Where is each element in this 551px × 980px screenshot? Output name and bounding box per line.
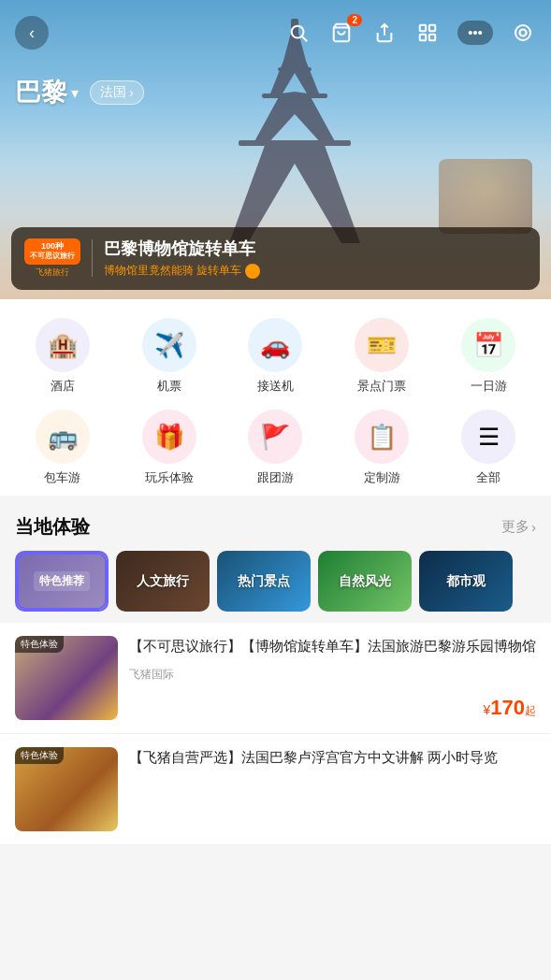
local-experience-section: 当地体验 更多 › [0, 496, 551, 551]
apps-icon[interactable] [414, 20, 441, 46]
product-thumb-1: 特色体验 [15, 747, 118, 831]
svg-rect-15 [429, 35, 435, 40]
country-label: 法国 [100, 84, 126, 101]
section-title: 当地体验 [15, 514, 90, 540]
category-item-flight[interactable]: ✈️ 机票 [116, 318, 223, 395]
svg-point-8 [292, 26, 304, 38]
tab-culture[interactable]: 人文旅行 [116, 551, 210, 612]
category-item-hotel[interactable]: 🏨 酒店 [9, 318, 116, 395]
category-item-custom[interactable]: 📋 定制游 [328, 410, 435, 486]
product-vendor-0: 飞猪国际 [129, 667, 536, 683]
tab-label-city: 都市观 [446, 573, 486, 590]
category-item-daytrip[interactable]: 📅 一日游 [435, 318, 542, 395]
svg-point-16 [470, 32, 471, 34]
cat-icon-all: ☰ [461, 410, 515, 464]
product-thumb-0: 特色体验 [15, 636, 118, 720]
product-title-1: 【飞猪自营严选】法国巴黎卢浮宫官方中文讲解 两小时导览 [129, 747, 536, 767]
cat-icon-transfer: 🚗 [248, 318, 302, 372]
city-dropdown-icon[interactable]: ▾ [71, 84, 79, 102]
svg-point-19 [520, 30, 527, 36]
more-link[interactable]: 更多 › [501, 518, 536, 536]
category-item-all[interactable]: ☰ 全部 [435, 410, 542, 486]
country-tag[interactable]: 法国 › [90, 80, 144, 105]
tab-overlay-featured: 特色推荐 [17, 553, 107, 610]
cat-label-hotel: 酒店 [51, 378, 75, 395]
tab-overlay-culture: 人文旅行 [116, 551, 210, 612]
cart-badge: 2 [347, 14, 362, 26]
promo-banner[interactable]: 100种 不可思议旅行 飞猪旅行 巴黎博物馆旋转单车 博物馆里竟然能骑 旋转单车… [11, 227, 540, 290]
cat-label-charter: 包车游 [44, 469, 80, 486]
camera-icon[interactable] [510, 20, 536, 46]
tab-featured[interactable]: 特色推荐 [15, 551, 109, 612]
banner-title: 巴黎博物馆旋转单车 [104, 238, 527, 260]
product-info-0: 【不可思议旅行】【博物馆旋转单车】法国旅游巴黎游乐园博物馆 飞猪国际 ¥170起 [129, 636, 536, 720]
city-name: 巴黎 [15, 75, 67, 110]
share-icon[interactable] [371, 20, 398, 46]
banner-content: 巴黎博物馆旋转单车 博物馆里竟然能骑 旋转单车 › [104, 238, 527, 279]
product-badge-1: 特色体验 [15, 747, 64, 764]
svg-point-18 [479, 32, 481, 34]
svg-rect-12 [420, 25, 426, 31]
product-title-0: 【不可思议旅行】【博物馆旋转单车】法国旅游巴黎游乐园博物馆 [129, 636, 536, 656]
category-item-transfer[interactable]: 🚗 接送机 [223, 318, 329, 395]
svg-rect-14 [420, 35, 426, 40]
content-area: 🏨 酒店 ✈️ 机票 🚗 接送机 🎫 景点门票 📅 一日游 🚌 包车游 🎁 玩乐… [0, 299, 551, 845]
header: ‹ 2 [0, 0, 551, 65]
category-item-charter[interactable]: 🚌 包车游 [9, 410, 116, 486]
category-item-activity[interactable]: 🎁 玩乐体验 [116, 410, 223, 486]
cat-label-all: 全部 [476, 469, 500, 486]
location-bar: 巴黎 ▾ 法国 › [0, 65, 551, 120]
tab-city[interactable]: 都市观 [419, 551, 513, 612]
country-arrow: › [129, 85, 134, 100]
cat-label-ticket: 景点门票 [357, 378, 406, 395]
cat-icon-ticket: 🎫 [355, 318, 409, 372]
tab-label-nature: 自然风光 [339, 573, 391, 590]
tab-overlay-nature: 自然风光 [318, 551, 412, 612]
product-info-1: 【飞猪自营严选】法国巴黎卢浮宫官方中文讲解 两小时导览 [129, 747, 536, 831]
search-icon[interactable] [285, 20, 312, 46]
back-button[interactable]: ‹ [15, 16, 49, 50]
cat-icon-flight: ✈️ [142, 318, 196, 372]
more-button[interactable] [457, 21, 493, 45]
banner-logo-area: 100种 不可思议旅行 飞猪旅行 [24, 238, 80, 279]
banner-logo: 100种 不可思议旅行 [24, 238, 80, 265]
svg-point-20 [515, 25, 530, 40]
experience-tabs: 特色推荐 人文旅行 热门景点 自然风光 都市观 [0, 551, 551, 623]
category-grid: 🏨 酒店 ✈️ 机票 🚗 接送机 🎫 景点门票 📅 一日游 🚌 包车游 🎁 玩乐… [0, 299, 551, 496]
tab-label-hotspot: 热门景点 [238, 573, 290, 590]
product-badge-0: 特色体验 [15, 636, 64, 653]
cat-icon-charter: 🚌 [36, 410, 90, 464]
product-price-0: ¥170起 [129, 696, 536, 720]
cat-icon-hotel: 🏨 [36, 318, 90, 372]
category-item-group[interactable]: 🚩 跟团游 [223, 410, 329, 486]
tab-label-culture: 人文旅行 [137, 573, 189, 590]
cat-label-daytrip: 一日游 [471, 378, 507, 395]
svg-rect-5 [239, 140, 351, 146]
product-card-1[interactable]: 特色体验 【飞猪自营严选】法国巴黎卢浮宫官方中文讲解 两小时导览 [0, 734, 551, 845]
cat-icon-daytrip: 📅 [461, 318, 515, 372]
tab-overlay-hotspot: 热门景点 [217, 551, 311, 612]
svg-point-17 [474, 32, 476, 34]
tab-overlay-city: 都市观 [419, 551, 513, 612]
product-card-0[interactable]: 特色体验 【不可思议旅行】【博物馆旋转单车】法国旅游巴黎游乐园博物馆 飞猪国际 … [0, 623, 551, 734]
cat-label-custom: 定制游 [364, 469, 400, 486]
tab-label-featured: 特色推荐 [34, 571, 90, 591]
tab-hotspot[interactable]: 热门景点 [217, 551, 311, 612]
products-list: 特色体验 【不可思议旅行】【博物馆旋转单车】法国旅游巴黎游乐园博物馆 飞猪国际 … [0, 623, 551, 845]
cart-icon[interactable]: 2 [328, 20, 355, 46]
tab-nature[interactable]: 自然风光 [318, 551, 412, 612]
cat-icon-custom: 📋 [355, 410, 409, 464]
cat-label-flight: 机票 [157, 378, 181, 395]
cat-label-transfer: 接送机 [257, 378, 294, 395]
banner-divider [92, 239, 93, 277]
cat-icon-activity: 🎁 [142, 410, 196, 464]
svg-line-9 [302, 36, 307, 41]
cat-label-group: 跟团游 [257, 469, 294, 486]
category-item-ticket[interactable]: 🎫 景点门票 [328, 318, 435, 395]
banner-subtitle: 博物馆里竟然能骑 旋转单车 › [104, 263, 527, 279]
cat-icon-group: 🚩 [248, 410, 302, 464]
cat-label-activity: 玩乐体验 [145, 469, 194, 486]
svg-rect-13 [429, 25, 435, 31]
